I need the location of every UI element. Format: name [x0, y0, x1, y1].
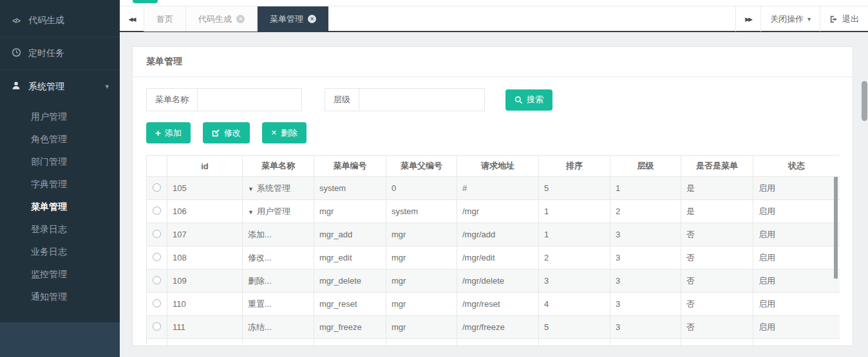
row-radio-button[interactable]: [153, 299, 161, 307]
tabs-scroll-right-button[interactable]: ▶▶: [735, 6, 760, 32]
row-radio-button[interactable]: [153, 276, 161, 284]
logout-button[interactable]: 退出: [820, 6, 868, 32]
sidebar-item-department-management[interactable]: 部门管理: [0, 151, 120, 173]
column-header: 菜单名称: [243, 156, 314, 177]
tab-menu-management[interactable]: 菜单管理✕: [258, 6, 328, 32]
empty-cell: [314, 339, 386, 347]
sidebar-item-menu-management[interactable]: 菜单管理: [0, 196, 120, 218]
cell-status: 启用: [753, 316, 840, 339]
sidebar-item-business-logs[interactable]: 业务日志: [0, 241, 120, 263]
sidebar-item-notification-management[interactable]: 通知管理: [0, 286, 120, 308]
cell-status: 启用: [753, 246, 840, 270]
page-scrollbar-thumb[interactable]: [862, 81, 867, 121]
cell-parent-code: mgr: [386, 223, 457, 246]
clock-icon: [12, 48, 21, 59]
table-row[interactable]: 110重置...mgr_resetmgr/mgr/reset43否启用: [147, 293, 840, 316]
menu-name-text: 添加...: [248, 230, 272, 239]
cell-order: 1: [539, 200, 610, 223]
sidebar-item-scheduled-tasks[interactable]: 定时任务: [0, 37, 120, 70]
cell-id: 107: [167, 223, 243, 246]
cell-menu-name: 修改...: [243, 246, 314, 270]
menu-name-input[interactable]: [197, 88, 302, 111]
admin-app: { "colors":{"accent":"#18bc9c","sidebar_…: [0, 0, 868, 357]
tree-expand-icon[interactable]: ▼: [248, 209, 254, 215]
table-row[interactable]: 111冻结...mgr_freezemgr/mgr/freeze53否启用: [147, 316, 840, 339]
panel-title: 菜单管理: [133, 47, 853, 77]
sidebar-item-role-management[interactable]: 角色管理: [0, 128, 120, 151]
edit-button-label: 修改: [224, 127, 241, 139]
cell-is-menu: 否: [681, 246, 753, 270]
search-button[interactable]: 搜索: [505, 89, 552, 111]
edit-button[interactable]: 修改: [203, 122, 250, 143]
cell-parent-code: system: [386, 200, 457, 223]
cell-status: 启用: [753, 223, 840, 246]
empty-cell: [539, 339, 610, 347]
row-select-cell: [147, 223, 167, 246]
cell-menu-name: 重置...: [243, 293, 314, 316]
row-radio-button[interactable]: [153, 230, 161, 238]
column-header: [147, 156, 167, 177]
table-row[interactable]: 105▼系统管理system0#51是启用: [147, 177, 840, 200]
cell-is-menu: 是: [681, 177, 753, 200]
table-row[interactable]: 106▼用户管理mgrsystem/mgr12是启用: [147, 200, 840, 223]
sidebar-item-monitoring-management[interactable]: 监控管理: [0, 263, 120, 286]
cell-status: 启用: [753, 270, 840, 293]
sidebar-item-login-logs[interactable]: 登录日志: [0, 218, 120, 241]
sidebar-item-user-management[interactable]: 用户管理: [0, 105, 120, 128]
cell-parent-code: mgr: [386, 293, 457, 316]
cell-status: 启用: [753, 177, 840, 200]
sidebar: </>代码生成定时任务系统管理▾用户管理角色管理部门管理字典管理菜单管理登录日志…: [0, 0, 120, 357]
cell-level: 3: [610, 223, 681, 246]
cell-order: 4: [539, 293, 610, 316]
cell-menu-code: mgr_delete: [314, 270, 386, 293]
delete-button-label: 删除: [281, 127, 297, 139]
cell-parent-code: mgr: [386, 316, 457, 339]
cell-is-menu: 否: [681, 293, 753, 316]
sidebar-toggle-pill[interactable]: [133, 0, 158, 3]
empty-cell: [681, 339, 753, 347]
row-radio-button[interactable]: [153, 206, 161, 215]
table-row[interactable]: 108修改...mgr_editmgr/mgr/edit23否启用: [147, 246, 840, 270]
column-header: 排序: [539, 156, 610, 177]
row-select-cell: [147, 316, 167, 339]
content-area: 菜单管理 菜单名称 层级 搜索 + 添加: [120, 32, 868, 357]
row-radio-button[interactable]: [153, 183, 161, 192]
delete-button[interactable]: ✕ 删除: [262, 122, 307, 143]
close-operations-dropdown[interactable]: 关闭操作 ▾: [760, 6, 820, 32]
sidebar-item-system-management[interactable]: 系统管理▾: [0, 70, 120, 103]
cell-menu-name: ▼用户管理: [243, 200, 314, 223]
menu-name-text: 用户管理: [257, 206, 290, 216]
cell-level: 2: [610, 200, 681, 223]
sidebar-item-code-generation[interactable]: </>代码生成: [0, 5, 120, 37]
level-input[interactable]: [359, 88, 485, 111]
cell-menu-code: mgr: [314, 200, 386, 223]
tab-home[interactable]: 首页: [144, 6, 186, 32]
empty-cell: [167, 339, 243, 347]
table-scrollbar-thumb[interactable]: [834, 177, 838, 279]
row-select-cell: [147, 270, 167, 293]
cell-parent-code: mgr: [386, 246, 457, 270]
plus-icon: +: [155, 128, 161, 138]
row-radio-button[interactable]: [153, 322, 161, 331]
menu-name-text: 系统管理: [257, 183, 290, 193]
cell-order: 5: [539, 177, 610, 200]
tree-expand-icon[interactable]: ▼: [248, 186, 254, 192]
sidebar-item-dictionary-management[interactable]: 字典管理: [0, 173, 120, 196]
tab-close-icon[interactable]: ✕: [308, 15, 316, 23]
tab-close-icon[interactable]: ✕: [236, 15, 245, 23]
topbar-right: ▶▶ 关闭操作 ▾ 退出: [735, 6, 868, 32]
cell-request-url: /mgr/edit: [457, 246, 539, 270]
cell-menu-name: 添加...: [243, 223, 314, 246]
tabs-scroll-left-button[interactable]: ◀◀: [120, 6, 144, 32]
table-row[interactable]: 107添加...mgr_addmgr/mgr/add13否启用: [147, 223, 840, 246]
tab-code-generation[interactable]: 代码生成✕: [186, 6, 258, 32]
cell-request-url: #: [457, 177, 539, 200]
cell-id: 108: [167, 246, 243, 270]
tab-label: 首页: [156, 14, 173, 25]
row-radio-button[interactable]: [153, 253, 161, 261]
cell-menu-code: mgr_edit: [314, 246, 386, 270]
cell-level: 3: [610, 293, 681, 316]
add-button[interactable]: + 添加: [146, 122, 191, 143]
menu-management-panel: 菜单管理 菜单名称 层级 搜索 + 添加: [132, 46, 853, 346]
table-row[interactable]: 109删除...mgr_deletemgr/mgr/delete33否启用: [147, 270, 840, 293]
